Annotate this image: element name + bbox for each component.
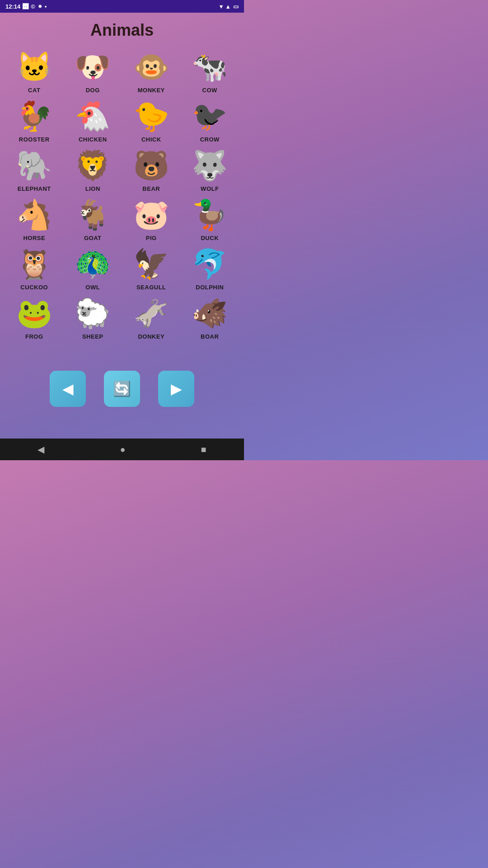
goat-icon: 🐐 (75, 197, 111, 233)
animal-item-sheep[interactable]: 🐑SHEEP (66, 295, 120, 340)
donkey-icon: 🫏 (133, 295, 169, 331)
status-bar: 12:14 🅰 © ⁕ ▪ ▾ ▲ ▭ (0, 0, 244, 13)
pig-icon: 🐷 (133, 197, 169, 233)
animal-item-cat[interactable]: 🐱CAT (7, 49, 61, 94)
battery-icon: ▭ (233, 3, 239, 10)
lion-icon: 🦁 (75, 147, 111, 184)
dolphin-icon: 🐬 (192, 246, 228, 282)
sheep-icon: 🐑 (75, 295, 111, 331)
nav-buttons: ◀ 🔄 ▶ (0, 357, 244, 416)
wifi-icon: ▾ (220, 3, 223, 10)
elephant-label: ELEPHANT (18, 185, 51, 192)
dog-label: DOG (86, 87, 100, 94)
pig-label: PIG (146, 235, 157, 241)
animal-item-cuckoo[interactable]: 🦉CUCKOO (7, 246, 61, 291)
duck-icon: 🦆 (192, 197, 228, 233)
seagull-icon: 🦅 (133, 246, 169, 282)
cuckoo-icon: 🦉 (16, 246, 52, 282)
dolphin-label: DOLPHIN (196, 284, 224, 291)
animal-item-chick[interactable]: 🐤CHICK (124, 98, 178, 143)
frog-label: FROG (25, 333, 43, 340)
animal-item-dolphin[interactable]: 🐬DOLPHIN (183, 246, 237, 291)
animal-item-chicken[interactable]: 🐔CHICKEN (66, 98, 120, 143)
lion-label: LION (85, 185, 100, 192)
rooster-label: ROOSTER (19, 136, 50, 143)
animal-item-lion[interactable]: 🦁LION (66, 147, 120, 192)
seagull-label: SEAGULL (136, 284, 166, 291)
animal-item-horse[interactable]: 🐴HORSE (7, 197, 61, 241)
goat-label: GOAT (84, 235, 102, 241)
crow-icon: 🐦‍⬛ (192, 98, 228, 134)
status-left: 12:14 🅰 © ⁕ ▪ (5, 3, 47, 10)
donkey-label: DONKEY (138, 333, 164, 340)
monkey-icon: 🐵 (133, 49, 169, 85)
status-icon-sd: ▪ (45, 3, 47, 10)
bear-label: BEAR (142, 185, 160, 192)
nav-back-button[interactable]: ◀ (34, 440, 48, 458)
wolf-label: WOLF (201, 185, 219, 192)
animal-item-crow[interactable]: 🐦‍⬛CROW (183, 98, 237, 143)
animal-item-boar[interactable]: 🐗BOAR (183, 295, 237, 340)
rooster-icon: 🐓 (16, 98, 52, 134)
signal-icon: ▲ (225, 3, 231, 10)
crow-label: CROW (200, 136, 220, 143)
horse-icon: 🐴 (16, 197, 52, 233)
animal-item-owl[interactable]: 🦚OWL (66, 246, 120, 291)
cow-label: COW (202, 87, 217, 94)
refresh-button[interactable]: 🔄 (104, 371, 140, 407)
animal-item-cow[interactable]: 🐄COW (183, 49, 237, 94)
chicken-label: CHICKEN (79, 136, 107, 143)
chick-label: CHICK (141, 136, 161, 143)
frog-icon: 🐸 (16, 295, 52, 331)
page-title: Animals (0, 13, 244, 45)
nav-home-button[interactable]: ● (116, 441, 129, 458)
status-right: ▾ ▲ ▭ (220, 3, 239, 10)
status-icon-b: © (31, 3, 35, 10)
back-button[interactable]: ◀ (50, 371, 86, 407)
status-icon-a: 🅰 (23, 3, 28, 10)
owl-label: OWL (85, 284, 100, 291)
status-time: 12:14 (5, 3, 20, 10)
chicken-icon: 🐔 (75, 98, 111, 134)
animal-item-frog[interactable]: 🐸FROG (7, 295, 61, 340)
boar-label: BOAR (201, 333, 219, 340)
cow-icon: 🐄 (192, 49, 228, 85)
animal-item-rooster[interactable]: 🐓ROOSTER (7, 98, 61, 143)
sheep-label: SHEEP (82, 333, 103, 340)
animals-grid: 🐱CAT🐶DOG🐵MONKEY🐄COW🐓ROOSTER🐔CHICKEN🐤CHIC… (0, 45, 244, 344)
owl-icon: 🦚 (75, 246, 111, 282)
monkey-label: MONKEY (138, 87, 165, 94)
animal-item-wolf[interactable]: 🐺WOLF (183, 147, 237, 192)
animal-item-monkey[interactable]: 🐵MONKEY (124, 49, 178, 94)
animal-item-bear[interactable]: 🐻BEAR (124, 147, 178, 192)
forward-button[interactable]: ▶ (158, 371, 194, 407)
animal-item-elephant[interactable]: 🐘ELEPHANT (7, 147, 61, 192)
chick-icon: 🐤 (133, 98, 169, 134)
nav-recents-button[interactable]: ■ (197, 441, 210, 458)
cat-icon: 🐱 (16, 49, 52, 85)
cuckoo-label: CUCKOO (20, 284, 48, 291)
animal-item-goat[interactable]: 🐐GOAT (66, 197, 120, 241)
animal-item-duck[interactable]: 🦆DUCK (183, 197, 237, 241)
duck-label: DUCK (201, 235, 219, 241)
animal-item-donkey[interactable]: 🫏DONKEY (124, 295, 178, 340)
boar-icon: 🐗 (192, 295, 228, 331)
animal-item-dog[interactable]: 🐶DOG (66, 49, 120, 94)
wolf-icon: 🐺 (192, 147, 228, 184)
animal-item-pig[interactable]: 🐷PIG (124, 197, 178, 241)
animal-item-seagull[interactable]: 🦅SEAGULL (124, 246, 178, 291)
elephant-icon: 🐘 (16, 147, 52, 184)
bottom-nav: ◀ ● ■ (0, 439, 244, 460)
horse-label: HORSE (23, 235, 45, 241)
bear-icon: 🐻 (133, 147, 169, 184)
status-icon-c: ⁕ (38, 3, 42, 10)
cat-label: CAT (28, 87, 40, 94)
dog-icon: 🐶 (75, 49, 111, 85)
